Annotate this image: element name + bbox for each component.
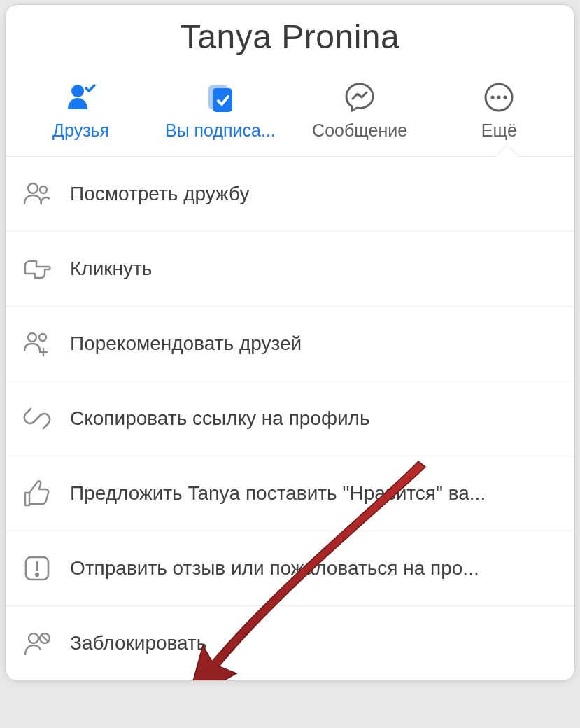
more-label: Ещё [477,120,521,141]
title-bar: Tanya Pronina [6,5,574,74]
friends-label: Друзья [48,120,113,141]
menu-label: Скопировать ссылку на профиль [70,407,370,430]
block-person-icon [22,629,52,658]
profile-action-row: Друзья Вы подписа... Сообщение [6,74,574,157]
svg-rect-2 [213,88,232,112]
svg-point-10 [39,334,46,341]
menu-item-report[interactable]: Отправить отзыв или пожаловаться на про.… [6,531,574,606]
friend-check-icon [65,81,97,113]
people-plus-icon [22,329,52,358]
svg-point-13 [36,573,38,576]
svg-point-5 [497,95,501,99]
profile-name: Tanya Pronina [6,18,574,56]
messenger-icon [344,81,376,113]
svg-point-8 [40,186,47,193]
menu-label: Предложить Tanya поставить "Нравится" ва… [70,482,486,505]
report-icon [22,554,52,583]
menu-item-poke[interactable]: Кликнуть [6,232,574,307]
profile-more-menu-screen: Tanya Pronina Друзья Вы подписа... [5,4,575,681]
subscribed-action[interactable]: Вы подписа... [150,81,290,141]
message-label: Сообщение [308,120,411,141]
svg-point-4 [491,95,495,99]
svg-point-9 [28,333,36,342]
svg-line-16 [41,635,48,642]
friends-action[interactable]: Друзья [11,81,150,141]
more-menu-list: Посмотреть дружбу Кликнуть Порекомендова… [6,157,574,680]
pointing-hand-icon [22,254,52,284]
people-icon [22,179,52,209]
checklist-icon [204,81,236,113]
like-icon [22,479,52,508]
svg-point-7 [28,183,38,193]
menu-label: Порекомендовать друзей [70,332,302,355]
svg-point-6 [504,95,507,99]
menu-label: Заблокировать [70,632,206,654]
menu-pointer-notch [496,146,518,157]
menu-item-suggest-like[interactable]: Предложить Tanya поставить "Нравится" ва… [6,456,574,531]
svg-point-0 [71,85,84,97]
link-icon [22,404,52,433]
subscribed-label: Вы подписа... [161,120,280,141]
menu-item-copy-link[interactable]: Скопировать ссылку на профиль [6,382,574,456]
menu-item-suggest-friends[interactable]: Порекомендовать друзей [6,307,574,382]
more-action[interactable]: Ещё [430,81,569,141]
menu-item-view-friendship[interactable]: Посмотреть дружбу [6,157,574,232]
menu-label: Посмотреть дружбу [70,183,250,205]
svg-point-14 [29,634,38,643]
menu-label: Отправить отзыв или пожаловаться на про.… [70,557,479,580]
message-action[interactable]: Сообщение [290,81,430,141]
menu-label: Кликнуть [70,258,152,280]
more-dots-icon [483,81,515,113]
menu-item-block[interactable]: Заблокировать [6,606,574,680]
